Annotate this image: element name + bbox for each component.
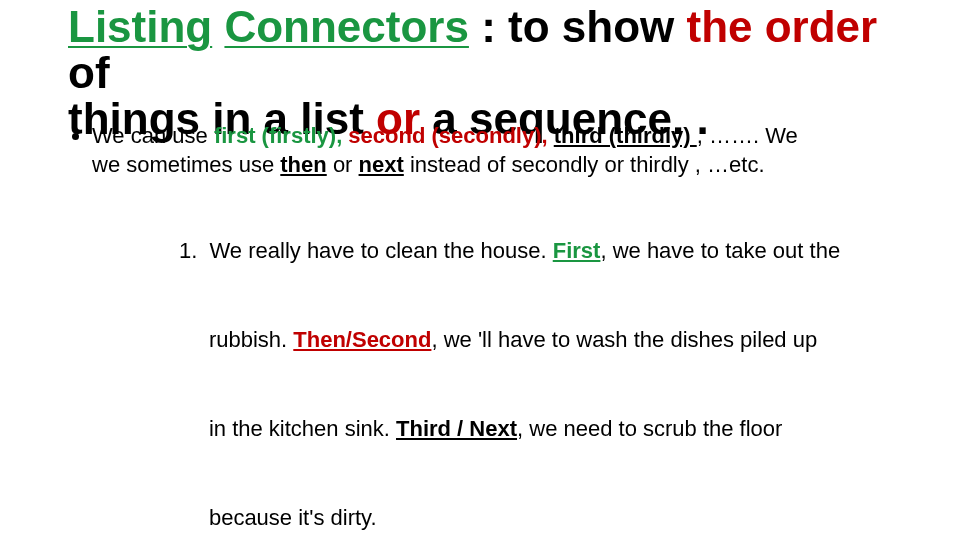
ex-third: Third / Next xyxy=(396,416,517,441)
bullet-first: first (firstly), xyxy=(214,123,348,148)
title-to-show: to show xyxy=(508,2,686,51)
ex-l4: because it's dirty. xyxy=(209,505,377,530)
ex-l1b: , we have to take out the xyxy=(600,238,840,263)
body-text: We can use first (firstly), second (seco… xyxy=(60,121,900,540)
list-item: We can use first (firstly), second (seco… xyxy=(92,121,900,180)
bullet-list: We can use first (firstly), second (seco… xyxy=(70,121,900,180)
bullet-then: then xyxy=(280,152,326,177)
ex-l1a: 1. We really have to clean the house. xyxy=(179,238,553,263)
bullet-l2c: instead of secondly or thirdly , …etc. xyxy=(410,152,765,177)
bullet-third: third (thirdly) xyxy=(554,123,697,148)
bullet-a: We can use xyxy=(92,123,214,148)
example-line-1: 1. We really have to clean the house. Fi… xyxy=(130,206,900,295)
title-of: of xyxy=(68,48,110,97)
example-block: 1. We really have to clean the house. Fi… xyxy=(70,206,900,540)
title-word-connectors: Connectors xyxy=(224,2,468,51)
title-word-listing: Listing xyxy=(68,2,212,51)
slide: Listing Connectors : to show the order o… xyxy=(0,0,960,540)
example-line-2: rubbish. Then/Second, we 'll have to was… xyxy=(130,295,900,384)
ex-l2a: rubbish. xyxy=(209,327,293,352)
bullet-next: next xyxy=(359,152,404,177)
example-line-4: because it's dirty. xyxy=(130,473,900,540)
title-the-order: the order xyxy=(686,2,877,51)
bullet-l2a: we sometimes use xyxy=(92,152,280,177)
ex-first: First xyxy=(553,238,601,263)
ex-l3b: , we need to scrub the floor xyxy=(517,416,782,441)
example-line-3: in the kitchen sink. Third / Next, we ne… xyxy=(130,384,900,473)
title-colon: : xyxy=(481,2,508,51)
bullet-second: second (secondly), xyxy=(348,123,553,148)
bullet-l2b: or xyxy=(333,152,359,177)
ex-then: Then/Second xyxy=(293,327,431,352)
bullet-tail1: , ……. We xyxy=(697,123,798,148)
ex-l3a: in the kitchen sink. xyxy=(209,416,396,441)
ex-l2b: , we 'll have to wash the dishes piled u… xyxy=(431,327,817,352)
